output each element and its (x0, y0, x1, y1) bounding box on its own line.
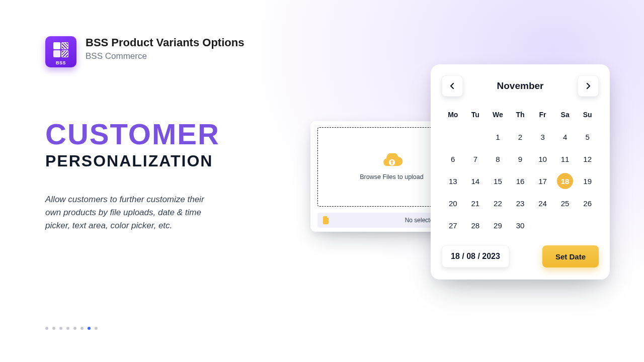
dropzone-label: Browse Files to upload (360, 173, 423, 180)
day-cell[interactable]: 21 (464, 192, 487, 214)
carousel-dot[interactable] (95, 327, 98, 330)
carousel-dot[interactable] (59, 327, 62, 330)
day-cell[interactable]: 11 (554, 148, 577, 170)
chevron-left-icon (449, 82, 456, 89)
day-cell[interactable]: 27 (442, 214, 464, 236)
day-cell[interactable]: 17 (531, 170, 554, 192)
day-cell[interactable]: 29 (487, 214, 509, 236)
day-cell-blank (442, 126, 464, 148)
day-cell[interactable]: 20 (442, 192, 464, 214)
app-company: BSS Commerce (86, 51, 244, 61)
day-cell[interactable]: 14 (464, 170, 487, 192)
next-month-button[interactable] (578, 75, 599, 97)
cloud-upload-icon (381, 153, 403, 169)
day-cell-blank (464, 126, 487, 148)
carousel-dot[interactable] (73, 327, 76, 330)
day-cell[interactable]: 23 (509, 192, 532, 214)
weekday-label: We (487, 106, 509, 126)
chevron-right-icon (585, 82, 592, 89)
file-icon (323, 216, 330, 224)
calendar-month-label: November (497, 80, 544, 92)
hero-subtitle: PERSONALIZATION (45, 152, 220, 170)
day-cell[interactable]: 22 (487, 192, 509, 214)
day-cell[interactable]: 28 (464, 214, 487, 236)
weekday-label: Su (576, 106, 599, 126)
weekday-label: Tu (464, 106, 487, 126)
carousel-dot[interactable] (88, 327, 91, 330)
day-cell[interactable]: 4 (554, 126, 577, 148)
day-cell[interactable]: 19 (576, 170, 599, 192)
day-cell[interactable]: 13 (442, 170, 464, 192)
selected-date-display: 18 / 08 / 2023 (442, 245, 509, 267)
prev-month-button[interactable] (442, 75, 463, 97)
day-cell[interactable]: 12 (576, 148, 599, 170)
day-cell[interactable]: 15 (487, 170, 509, 192)
day-cell[interactable]: 1 (487, 126, 509, 148)
day-cell[interactable]: 3 (531, 126, 554, 148)
carousel-dot[interactable] (66, 327, 69, 330)
weekday-label: Mo (442, 106, 464, 126)
carousel-dot[interactable] (80, 327, 84, 330)
weekday-label: Fr (531, 106, 554, 126)
day-cell[interactable]: 2 (509, 126, 532, 148)
day-cell[interactable]: 8 (487, 148, 509, 170)
weekday-label: Th (509, 106, 532, 126)
logo-text: BSS (56, 60, 66, 65)
carousel-dots (45, 327, 98, 330)
calendar-grid: MoTuWeThFrSaSu12345678910111213141516171… (442, 106, 599, 236)
carousel-dot[interactable] (52, 327, 55, 330)
day-cell[interactable]: 6 (442, 148, 464, 170)
day-cell[interactable]: 9 (509, 148, 532, 170)
day-cell[interactable]: 26 (576, 192, 599, 214)
day-cell[interactable]: 30 (509, 214, 532, 236)
app-title: BSS Product Variants Options (86, 36, 244, 49)
set-date-button[interactable]: Set Date (542, 245, 599, 267)
weekday-label: Sa (554, 106, 577, 126)
carousel-dot[interactable] (45, 327, 48, 330)
day-cell[interactable]: 18 (554, 170, 577, 192)
app-logo: BSS (45, 36, 76, 67)
day-cell[interactable]: 25 (554, 192, 577, 214)
day-cell[interactable]: 10 (531, 148, 554, 170)
hero-title: CUSTOMER (45, 120, 220, 149)
day-cell[interactable]: 5 (576, 126, 599, 148)
day-cell[interactable]: 24 (531, 192, 554, 214)
date-picker: November MoTuWeThFrSaSu12345678910111213… (431, 64, 610, 280)
hero-description: Allow customers to further customize the… (45, 193, 216, 232)
day-cell[interactable]: 16 (509, 170, 532, 192)
day-cell[interactable]: 7 (464, 148, 487, 170)
